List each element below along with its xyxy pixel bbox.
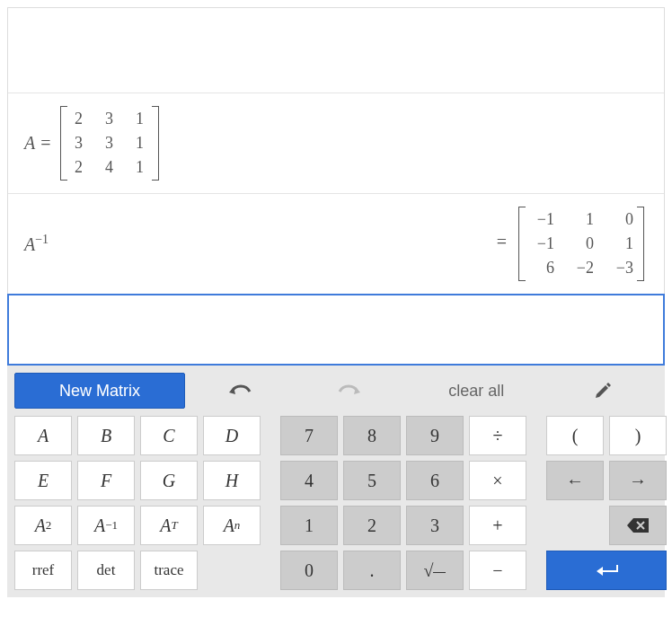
key-5[interactable]: 5	[343, 461, 401, 500]
misc-pad: ( ) ← →	[546, 416, 667, 590]
key-4[interactable]: 4	[280, 461, 338, 500]
key-det[interactable]: det	[77, 551, 135, 590]
key-left-paren[interactable]: (	[546, 416, 604, 455]
active-input-row[interactable]	[7, 294, 665, 366]
toolbar: New Matrix clear all	[14, 373, 658, 409]
workspace: A = 231 331 241 A−1 = −110 −101 6−2−3	[7, 7, 665, 366]
key-H[interactable]: H	[203, 461, 261, 500]
input-row-1[interactable]	[8, 8, 664, 93]
keypad-grid: A B C D E F G H A2 A−1 AT An rref det tr…	[14, 416, 658, 590]
key-divide[interactable]: ÷	[469, 416, 526, 455]
key-B[interactable]: B	[77, 416, 135, 455]
clear-all-button[interactable]: clear all	[405, 373, 548, 409]
key-minus[interactable]: −	[469, 551, 526, 590]
key-cursor-right[interactable]: →	[609, 461, 667, 500]
key-C[interactable]: C	[140, 416, 198, 455]
key-A[interactable]: A	[14, 416, 72, 455]
result-row[interactable]: A−1 = −110 −101 6−2−3	[8, 194, 664, 295]
key-enter[interactable]	[546, 551, 667, 590]
variable-pad: A B C D E F G H A2 A−1 AT An rref det tr…	[14, 416, 261, 590]
key-9[interactable]: 9	[406, 416, 464, 455]
key-A-squared[interactable]: A2	[14, 506, 72, 545]
key-backspace[interactable]	[609, 506, 667, 545]
key-A-transpose[interactable]: AT	[140, 506, 198, 545]
key-6[interactable]: 6	[406, 461, 464, 500]
key-cursor-left[interactable]: ←	[546, 461, 604, 500]
key-A-power-n[interactable]: An	[203, 506, 261, 545]
result-value: = −110 −101 6−2−3	[497, 207, 648, 281]
key-0[interactable]: 0	[280, 551, 338, 590]
settings-button[interactable]	[548, 373, 658, 409]
new-matrix-button[interactable]: New Matrix	[14, 373, 185, 409]
key-trace[interactable]: trace	[140, 551, 198, 590]
number-pad: 7 8 9 ÷ 4 5 6 × 1 2 3 + 0 . √ −	[280, 416, 526, 590]
key-multiply[interactable]: ×	[469, 461, 526, 500]
key-2[interactable]: 2	[343, 506, 401, 545]
key-right-paren[interactable]: )	[609, 416, 667, 455]
equals-sign: =	[40, 133, 50, 154]
key-A-inverse[interactable]: A−1	[77, 506, 135, 545]
key-F[interactable]: F	[77, 461, 135, 500]
definition-row[interactable]: A = 231 331 241	[8, 93, 664, 194]
keypad-area: New Matrix clear all A B C D E F G H A2 …	[7, 366, 665, 597]
undo-button[interactable]	[185, 373, 295, 409]
matrix-A: 231 331 241	[60, 106, 159, 181]
key-sqrt[interactable]: √	[406, 551, 464, 590]
key-plus[interactable]: +	[469, 506, 526, 545]
key-8[interactable]: 8	[343, 416, 401, 455]
key-3[interactable]: 3	[406, 506, 464, 545]
key-rref[interactable]: rref	[14, 551, 72, 590]
key-7[interactable]: 7	[280, 416, 338, 455]
matrix-name: A	[24, 133, 35, 154]
key-1[interactable]: 1	[280, 506, 338, 545]
redo-button[interactable]	[295, 373, 404, 409]
key-D[interactable]: D	[203, 416, 261, 455]
result-expression: A−1	[24, 233, 49, 255]
key-decimal[interactable]: .	[343, 551, 401, 590]
key-E[interactable]: E	[14, 461, 72, 500]
key-G[interactable]: G	[140, 461, 198, 500]
